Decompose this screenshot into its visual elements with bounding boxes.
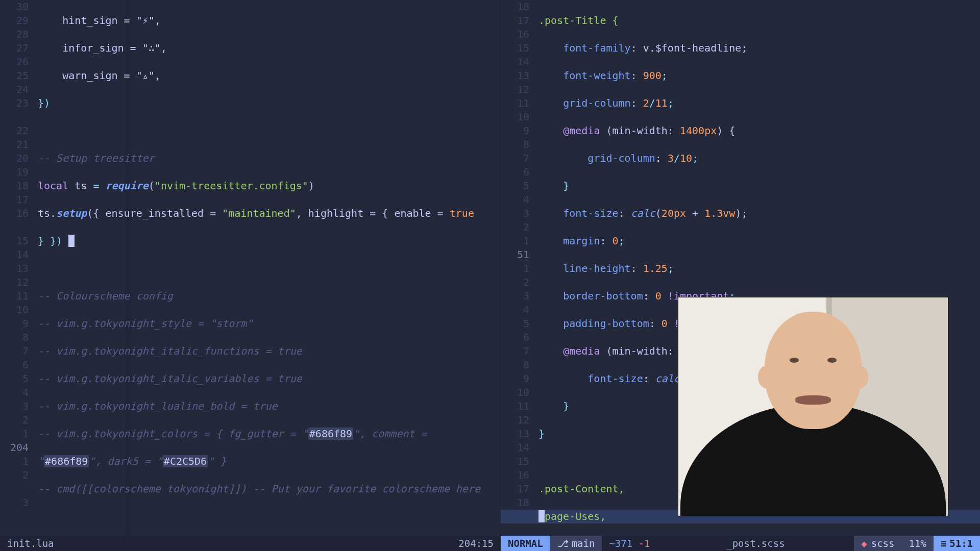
status-mode: NORMAL xyxy=(501,536,550,551)
keyword: local xyxy=(38,180,68,192)
comment: -- cmd([[colorscheme tokyonight]]) -- Pu… xyxy=(38,483,480,495)
status-filename: init.lua xyxy=(0,536,61,551)
trailing-space-hl xyxy=(68,235,75,247)
hex-color: #C2C5D6 xyxy=(163,455,208,467)
left-statusline: init.lua 204:15 xyxy=(0,536,501,551)
hex-color: #686f89 xyxy=(44,455,89,467)
builtin-require: require xyxy=(106,180,149,192)
status-git-branch: ⎇ main xyxy=(550,536,602,551)
status-git-diff: ~371 -1 xyxy=(602,536,657,551)
hex-color: #686f89 xyxy=(308,428,353,440)
code-text: warn_sign = "▵", xyxy=(38,69,161,82)
status-filetype: ◆ scss xyxy=(854,536,901,551)
lines-icon: ≡ xyxy=(941,537,946,550)
code-text: hint_sign = "⚡", xyxy=(38,14,161,27)
comment: -- vim.g.tokyonight_italic_variables = t… xyxy=(38,372,302,385)
status-scroll-percent: 11% xyxy=(901,536,933,551)
right-gutter: 18 17 16 15 14 13 12 11 10 9 8 7 6 5 4 3… xyxy=(501,0,534,536)
code-text: }) xyxy=(38,97,50,109)
cursor-icon xyxy=(538,510,545,522)
sass-icon: ◆ xyxy=(861,537,867,550)
left-gutter: 30 29 28 27 26 25 24 23 22 21 20 19 18 1… xyxy=(0,0,34,536)
comment: -- Colourscheme config xyxy=(38,290,173,302)
statusline-row: init.lua 204:15 NORMAL ⎇ main ~371 -1 _p… xyxy=(0,536,980,551)
webcam-overlay xyxy=(678,297,948,516)
status-filename: _post.scss xyxy=(719,536,792,551)
comment: -- vim.g.tokyonight_italic_functions = t… xyxy=(38,345,302,357)
status-cursor-pos: ≡ 51:1 xyxy=(934,536,980,551)
left-pane[interactable]: 30 29 28 27 26 25 24 23 22 21 20 19 18 1… xyxy=(0,0,501,536)
right-statusline: NORMAL ⎇ main ~371 -1 _post.scss ◆ scss … xyxy=(501,536,980,551)
comment: -- vim.g.tokyonight_style = "storm" xyxy=(38,317,253,330)
git-branch-icon: ⎇ xyxy=(557,537,569,550)
left-code[interactable]: hint_sign = "⚡", infor_sign = "∴", warn_… xyxy=(34,0,500,536)
comment: -- vim.g.tokyonight_lualine_bold = true xyxy=(38,400,278,412)
code-text: infor_sign = "∴", xyxy=(38,42,167,54)
comment: -- Setup treesitter xyxy=(38,152,155,164)
status-cursor-pos: 204:15 xyxy=(451,536,501,551)
